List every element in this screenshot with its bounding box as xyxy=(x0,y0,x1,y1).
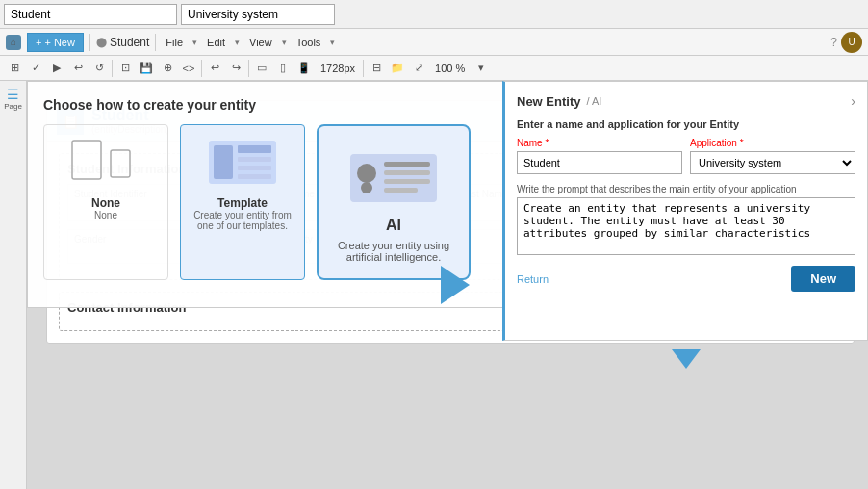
top-bar xyxy=(0,0,868,29)
plus-icon: + xyxy=(36,37,41,48)
sep2 xyxy=(155,34,156,51)
back-icon[interactable]: ↩ xyxy=(69,60,87,77)
check-icon[interactable]: ✓ xyxy=(27,60,44,77)
close-icon[interactable]: › xyxy=(851,93,855,109)
grid-icon[interactable]: ⊞ xyxy=(6,60,23,77)
template-title: Template xyxy=(189,196,296,210)
avatar: U xyxy=(841,32,862,53)
file-menu[interactable]: File xyxy=(162,37,187,48)
svg-rect-11 xyxy=(384,162,430,167)
right-arrow xyxy=(441,266,470,304)
svg-point-10 xyxy=(361,182,372,193)
svg-rect-7 xyxy=(238,174,271,179)
file-chevron: ▾ xyxy=(192,38,197,47)
svg-rect-3 xyxy=(214,145,233,179)
tools-chevron: ▾ xyxy=(330,38,335,47)
code-icon[interactable]: <> xyxy=(180,60,197,77)
page-icon: ☰ xyxy=(7,87,19,102)
none-desc: None xyxy=(52,210,160,220)
rect-icon[interactable]: ▭ xyxy=(253,60,270,77)
svg-rect-1 xyxy=(111,150,130,177)
svg-rect-5 xyxy=(238,157,271,162)
sidebar-page-item[interactable]: ☰ Page xyxy=(4,87,22,111)
university-input[interactable] xyxy=(181,4,335,25)
undo2-icon[interactable]: ↩ xyxy=(206,60,223,77)
resolution-label: 1728px xyxy=(317,63,359,74)
mobile-icon[interactable]: 📱 xyxy=(295,60,313,77)
new-label: + New xyxy=(44,37,75,48)
student-toolbar-label: Student xyxy=(110,36,149,49)
rect2-icon[interactable]: ▯ xyxy=(274,60,292,77)
app-required: * xyxy=(737,138,744,148)
choose-overlay: Choose how to create your entity None No… xyxy=(27,81,508,308)
sep1 xyxy=(89,34,90,51)
student-indicator: ⬤ Student xyxy=(96,36,149,49)
toolbar-row-2: ⊞ ✓ ▶ ↩ ↺ ⊡ 💾 ⊕ <> ↩ ↪ ▭ ▯ 📱 1728px ⊟ 📁 … xyxy=(0,56,868,81)
svg-rect-4 xyxy=(238,145,271,153)
panel-footer: Return New xyxy=(517,266,855,292)
svg-point-9 xyxy=(357,164,376,183)
edit-chevron: ▾ xyxy=(235,38,240,47)
page-label: Page xyxy=(4,102,22,111)
name-required: * xyxy=(543,138,549,148)
ai-title: AI xyxy=(334,217,453,234)
left-sidebar: ☰ Page xyxy=(0,81,27,489)
play-icon[interactable]: ▶ xyxy=(48,60,65,77)
redo-icon[interactable]: ↪ xyxy=(227,60,244,77)
expand-icon[interactable]: ⤢ xyxy=(410,60,427,77)
undo-icon[interactable]: ↺ xyxy=(90,60,108,77)
svg-rect-12 xyxy=(384,170,430,175)
component-icon[interactable]: ⊡ xyxy=(116,60,134,77)
new-entity-panel: New Entity / AI › Enter a name and appli… xyxy=(502,81,868,341)
edit-menu[interactable]: Edit xyxy=(203,37,229,48)
svg-rect-13 xyxy=(384,179,430,184)
layers-icon[interactable]: ⊕ xyxy=(159,60,176,77)
grid2-icon[interactable]: ⊟ xyxy=(368,60,385,77)
ai-icon-area xyxy=(334,142,453,209)
zoom-chevron[interactable]: ▾ xyxy=(472,60,490,77)
template-option[interactable]: Template Create your entity from one of … xyxy=(180,124,305,280)
panel-section-title: Enter a name and application for your En… xyxy=(517,118,855,130)
view-chevron: ▾ xyxy=(282,38,287,47)
name-label: Name * xyxy=(517,138,682,148)
down-arrow xyxy=(672,349,701,369)
new-button[interactable]: + + New xyxy=(27,33,84,52)
application-label: Application * xyxy=(690,138,855,148)
save-icon[interactable]: 💾 xyxy=(138,60,155,77)
prompt-field: Write the prompt that describes the main… xyxy=(517,184,855,258)
folder-icon[interactable]: 📁 xyxy=(389,60,406,77)
svg-rect-0 xyxy=(72,141,101,179)
template-desc: Create your entity from one of our templ… xyxy=(189,210,296,231)
sep6 xyxy=(363,60,364,77)
toolbar-row-1: ⌂ + + New ⬤ Student File ▾ Edit ▾ View ▾… xyxy=(0,29,868,56)
panel-breadcrumb: / AI xyxy=(586,95,601,107)
none-icon xyxy=(52,133,160,191)
sep3 xyxy=(112,60,113,77)
none-option[interactable]: None None xyxy=(43,124,168,280)
name-input[interactable] xyxy=(517,151,682,174)
template-icon xyxy=(189,133,296,191)
view-menu[interactable]: View xyxy=(245,37,276,48)
sep4 xyxy=(201,60,202,77)
application-select[interactable]: University system Option 2 xyxy=(690,151,855,174)
tools-menu[interactable]: Tools xyxy=(293,37,325,48)
entity-icon-small: ⬤ xyxy=(96,37,107,47)
return-button[interactable]: Return xyxy=(517,273,549,285)
prompt-textarea[interactable]: Create an entity that represents a unive… xyxy=(517,197,855,255)
choose-options: None None Template Create your xyxy=(43,124,492,280)
prompt-label: Write the prompt that describes the main… xyxy=(517,184,855,194)
help-icon[interactable]: ? xyxy=(830,36,837,49)
home-icon[interactable]: ⌂ xyxy=(6,35,21,50)
new-entity-button[interactable]: New xyxy=(791,266,855,292)
name-field: Name * xyxy=(517,138,682,174)
svg-rect-14 xyxy=(384,188,418,193)
canvas-content: 📋 Student (entityDescription) Student In… xyxy=(27,81,868,489)
panel-title: New Entity xyxy=(517,94,580,109)
panel-header: New Entity / AI › xyxy=(517,93,855,109)
student-input[interactable] xyxy=(4,4,177,25)
choose-title: Choose how to create your entity xyxy=(43,97,492,113)
ai-option[interactable]: AI Create your entity using artificial i… xyxy=(317,124,471,280)
zoom-label: 100 % xyxy=(431,63,469,74)
sep5 xyxy=(248,60,249,77)
ai-desc: Create your entity using artificial inte… xyxy=(334,240,453,263)
